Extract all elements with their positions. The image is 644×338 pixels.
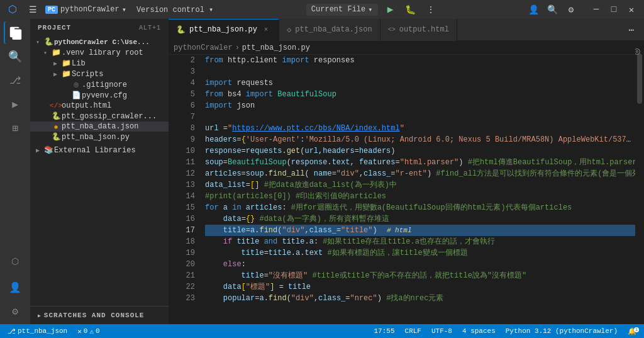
activity-account[interactable]: 👤	[4, 276, 26, 299]
tab-more-button[interactable]: ⋯	[624, 22, 639, 37]
git-branch-item[interactable]: ⎇ ptt_nba_json	[5, 327, 70, 335]
settings-icon[interactable]: ⚙	[564, 2, 579, 17]
scrollbar-thumb[interactable]	[637, 54, 642, 104]
activity-extensions[interactable]: ⊞	[4, 117, 26, 140]
tree-arrow-lib: ▶	[50, 60, 60, 67]
version-control-menu[interactable]: Version control ▾	[131, 4, 218, 16]
ln-8: 8	[169, 123, 195, 134]
tree-item-venv[interactable]: ▾ 📁 .venv library root	[30, 47, 169, 58]
tree-item-root[interactable]: ▾ 🐍 pythonCrawler C:\Use...	[30, 37, 169, 47]
ln-19: 19	[169, 247, 195, 259]
tab-bar: 🐍 ptt_nba_json.py × ◇ ptt_nba_data.json …	[169, 19, 644, 41]
tab-label-json: ptt_nba_data.json	[295, 25, 372, 34]
breadcrumb-file[interactable]: ptt_nba_json.py	[242, 43, 310, 52]
ln-15: 15	[169, 202, 195, 213]
tree-item-pyvenv[interactable]: 📄 pyvenv.cfg	[30, 90, 169, 101]
hamburger-icon[interactable]: ☰	[25, 2, 40, 17]
copilot-icon[interactable]: ◎	[634, 45, 644, 57]
encoding-item[interactable]: UTF-8	[429, 327, 455, 335]
tree-item-external-libs[interactable]: ▶ 📚 External Libraries	[30, 145, 169, 155]
activity-settings[interactable]: ⚙	[4, 300, 26, 323]
titlebar-actions: 👤 🔍 ⚙	[526, 2, 579, 17]
maximize-button[interactable]: □	[606, 2, 621, 17]
code-editor[interactable]: from http.client import responses import…	[200, 41, 635, 324]
tab-close-py[interactable]: ×	[261, 25, 271, 35]
project-selector[interactable]: PC pythonCrawler ▾	[45, 5, 126, 14]
error-indicator[interactable]: ✕ 0 ⚠ 0	[75, 327, 102, 335]
editor-scrollbar[interactable]	[635, 41, 644, 324]
status-bar: ⎇ ptt_nba_json ✕ 0 ⚠ 0 17:55 CRLF UTF-8 …	[0, 324, 644, 338]
activity-git[interactable]: ⎇	[4, 69, 26, 92]
tree-label-lib: Lib	[72, 59, 169, 68]
code-line-22: data["標題"] = title	[205, 281, 635, 293]
language-item[interactable]: Python 3.12 (pythonCrawler)	[503, 327, 620, 335]
tree-label-pyvenv: pyvenv.cfg	[82, 91, 169, 100]
scratches-header[interactable]: ▶ Scratches and Console	[30, 309, 169, 322]
code-line-9: headers={'User-Agent':'Mozilla/5.0 (Linu…	[205, 134, 635, 145]
cursor-position[interactable]: 17:55	[372, 327, 397, 335]
line-ending-item[interactable]: CRLF	[402, 327, 424, 335]
tab-label-html: output.html	[399, 25, 449, 34]
tab-ptt-nba-data-json[interactable]: ◇ ptt_nba_data.json	[279, 19, 380, 41]
ln-9: 9	[169, 134, 195, 145]
tree-item-scripts[interactable]: ▶ 📁 Scripts	[30, 69, 169, 79]
folder-icon-scripts: 📁	[60, 69, 72, 79]
titlebar-center: Current File ▾ ▶ 🐛 ⋮	[223, 2, 521, 17]
tree-label-root: pythonCrawler C:\Use...	[54, 38, 169, 46]
code-line-17: title=a.find("div",class_="title") # htm…	[205, 225, 635, 236]
error-count: 0	[84, 327, 88, 335]
breadcrumb-root[interactable]: pythonCrawler	[174, 43, 233, 52]
tree-item-output-html[interactable]: </> output.html	[30, 101, 169, 111]
sidebar-shortcut: Alt+1	[139, 25, 161, 31]
ext-libs-icon: 📚	[43, 145, 54, 155]
tree-item-nba-json[interactable]: ✱ ptt_nba_data.json	[30, 121, 169, 132]
code-line-2: from http.client import responses	[205, 55, 635, 66]
tab-icon-json: ◇	[287, 25, 291, 35]
tab-actions: ⋯	[624, 22, 644, 37]
app-icon: ⬡	[5, 2, 20, 17]
activity-explorer[interactable]	[4, 21, 26, 44]
code-line-7	[205, 111, 635, 123]
ln-13: 13	[169, 179, 195, 191]
tree-item-gossip[interactable]: 🐍 ptt_gossip_crawler...	[30, 111, 169, 121]
notifications-item[interactable]: 🔔 1	[625, 327, 639, 335]
code-line-6: import json	[205, 100, 635, 111]
code-line-5: from bs4 import BeautifulSoup	[205, 89, 635, 100]
activity-bar: 🔍 ⎇ ▶ ⊞ ⬡ 👤 ⚙	[0, 19, 30, 324]
code-line-8: url ="https://www.ptt.cc/bbs/NBA/index.h…	[205, 123, 635, 134]
scratches-label: Scratches and Console	[44, 312, 145, 319]
ln-11: 11	[169, 157, 195, 168]
tree-item-nba-py[interactable]: 🐍 ptt_nba_json.py	[30, 132, 169, 142]
search-icon[interactable]: 🔍	[545, 2, 560, 17]
code-line-18: if title and title.a: #如果title存在且title.a…	[205, 236, 635, 247]
activity-remote[interactable]: ⬡	[4, 252, 26, 275]
ln-22: 22	[169, 281, 195, 293]
indent-item[interactable]: 4 spaces	[460, 327, 498, 335]
activity-search[interactable]: 🔍	[4, 45, 26, 68]
run-config-selector[interactable]: Current File ▾	[306, 4, 378, 16]
git-branch-label: ptt_nba_json	[18, 327, 67, 335]
activity-debug[interactable]: ▶	[4, 93, 26, 116]
line-numbers: 1 2 3 4 5 6 7 8 9 10 11 12 13 14 15 16 1…	[169, 41, 200, 324]
code-line-13: data_list=[] #把data放進data_list(為一列表)中	[205, 179, 635, 191]
language-label: Python 3.12 (pythonCrawler)	[506, 327, 618, 335]
run-button[interactable]: ▶	[383, 2, 398, 17]
tree-item-gitignore[interactable]: ◎ .gitignore	[30, 79, 169, 90]
more-button[interactable]: ⋮	[423, 2, 438, 17]
gitignore-icon: ◎	[70, 80, 82, 89]
tree-label-scripts: Scripts	[72, 70, 169, 79]
warn-count: 0	[96, 327, 100, 335]
debug-button[interactable]: 🐛	[403, 2, 418, 17]
line-ending-label: CRLF	[405, 327, 421, 335]
code-line-23: popular=a.find("div",class_="nrec") #找a的…	[205, 293, 635, 304]
tree-item-lib[interactable]: ▶ 📁 Lib	[30, 58, 169, 69]
ln-23: 23	[169, 293, 195, 304]
tree-arrow-venv: ▾	[40, 49, 50, 57]
close-button[interactable]: ✕	[624, 2, 639, 17]
account-icon[interactable]: 👤	[526, 2, 541, 17]
tab-ptt-nba-json-py[interactable]: 🐍 ptt_nba_json.py ×	[169, 19, 279, 41]
code-line-20: else:	[205, 259, 635, 270]
minimize-button[interactable]: ─	[589, 2, 604, 17]
ln-20: 20	[169, 259, 195, 270]
tab-output-html[interactable]: <> output.html	[380, 19, 457, 41]
